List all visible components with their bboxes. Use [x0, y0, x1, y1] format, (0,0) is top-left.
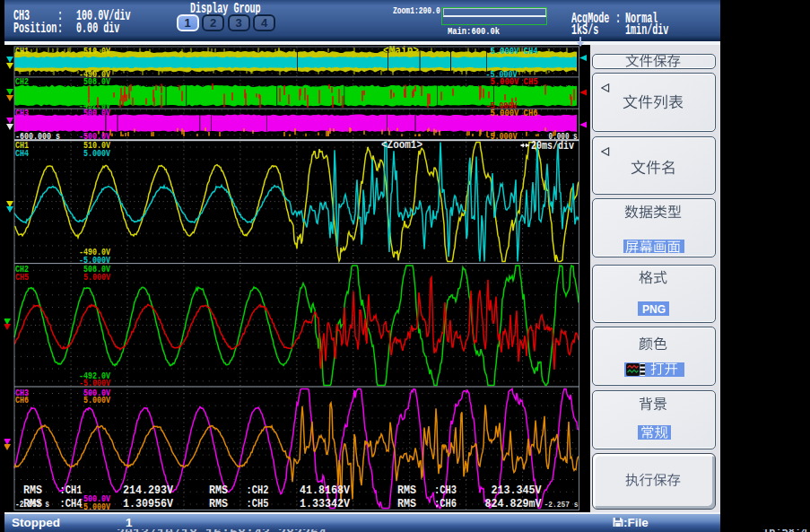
svg-text::CH2: :CH2: [247, 484, 269, 497]
svg-text::CH3: :CH3: [434, 484, 457, 497]
svg-text:5.000V CH5: 5.000V CH5: [491, 76, 538, 87]
svg-text:1.30956V: 1.30956V: [123, 497, 173, 510]
svg-text:CH5: CH5: [15, 272, 29, 283]
svg-text:824.829mV: 824.829mV: [485, 497, 542, 510]
svg-text::CH4: :CH4: [60, 497, 83, 510]
svg-text:RMS: RMS: [397, 484, 416, 497]
svg-text:214.293V: 214.293V: [123, 484, 173, 497]
svg-text:508.0V: 508.0V: [83, 76, 111, 87]
svg-text:CH3: CH3: [15, 108, 29, 118]
svg-text:-5.000V: -5.000V: [486, 131, 518, 142]
svg-text:RMS: RMS: [23, 497, 42, 510]
svg-text::CH6: :CH6: [434, 497, 457, 510]
svg-text:RMS: RMS: [397, 497, 416, 510]
svg-text:CH6: CH6: [15, 395, 29, 406]
svg-text:RMS: RMS: [209, 484, 228, 497]
svg-text::CH5: :CH5: [247, 497, 269, 510]
svg-text:500.0V: 500.0V: [83, 108, 111, 118]
svg-text:5.000V: 5.000V: [83, 272, 111, 283]
svg-text:5.000V: 5.000V: [83, 148, 111, 159]
svg-text:510.0V: 510.0V: [83, 46, 111, 57]
svg-text:<Zoom1>: <Zoom1>: [381, 139, 422, 152]
svg-text:5.000V CH4: 5.000V CH4: [491, 46, 538, 57]
svg-text:1.33342V: 1.33342V: [300, 497, 350, 510]
svg-text:CH1: CH1: [15, 46, 29, 57]
svg-text:5.000V CH6: 5.000V CH6: [491, 108, 538, 118]
svg-text:41.8168V: 41.8168V: [300, 484, 350, 497]
svg-text:20ms/div: 20ms/div: [531, 139, 574, 153]
svg-text:213.345V: 213.345V: [492, 484, 542, 497]
svg-text:-5.000V: -5.000V: [79, 501, 111, 512]
svg-text::CH1: :CH1: [60, 484, 83, 497]
svg-text:CH2: CH2: [15, 76, 29, 87]
svg-text:-2.257 s: -2.257 s: [544, 500, 579, 510]
svg-text:CH4: CH4: [15, 148, 29, 159]
svg-text:RMS: RMS: [23, 484, 42, 497]
svg-text:RMS: RMS: [209, 497, 228, 510]
svg-text:5.000V: 5.000V: [83, 395, 111, 406]
